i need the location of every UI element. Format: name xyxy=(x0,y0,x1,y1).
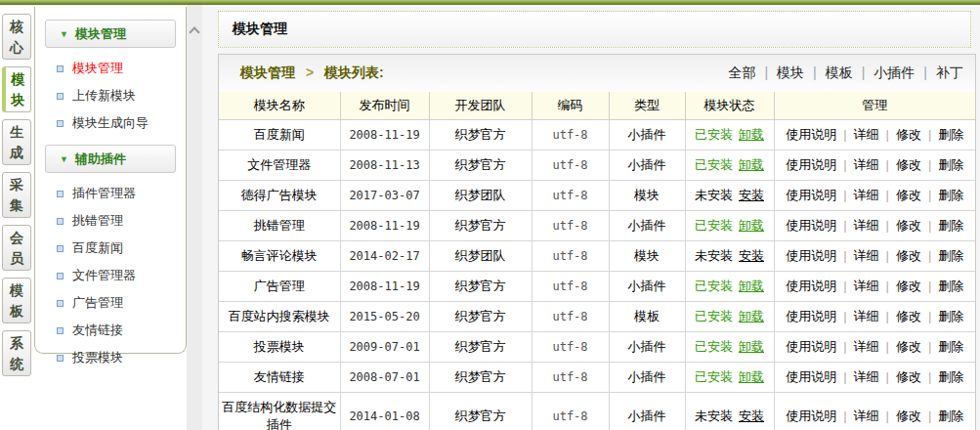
status-label: 已安装 xyxy=(695,218,733,233)
action-link-3[interactable]: 删除 xyxy=(938,408,963,423)
square-bullet-icon xyxy=(57,327,64,334)
action-link-2[interactable]: 修改 xyxy=(896,369,921,384)
action-link-2[interactable]: 修改 xyxy=(896,127,921,142)
uninstall-link[interactable]: 卸载 xyxy=(739,339,764,354)
uninstall-link[interactable]: 卸载 xyxy=(739,369,764,384)
sidebar-splitter[interactable] xyxy=(187,5,202,430)
table-row: 百度站内搜索模块2015-05-20织梦官方utf-8模板已安装卸载使用说明|详… xyxy=(219,302,975,332)
sidebar-item[interactable]: 上传新模块 xyxy=(35,82,186,109)
action-link-3[interactable]: 删除 xyxy=(938,218,963,233)
filter-link-3[interactable]: 小插件 xyxy=(873,64,915,80)
action-link-3[interactable]: 删除 xyxy=(938,188,963,202)
manage-cell: 使用说明|详细|修改|删除 xyxy=(774,272,975,302)
action-link-0[interactable]: 使用说明 xyxy=(786,188,836,202)
action-link-2[interactable]: 修改 xyxy=(896,188,921,202)
sidebar-item[interactable]: 百度新闻 xyxy=(35,235,186,262)
nav-tab-0[interactable]: 核心 xyxy=(2,14,31,60)
action-link-1[interactable]: 详细 xyxy=(854,309,879,323)
square-bullet-icon xyxy=(57,65,64,72)
table-row: 广告管理2008-11-19织梦官方utf-8小插件已安装卸载使用说明|详细|修… xyxy=(219,272,975,302)
action-link-1[interactable]: 详细 xyxy=(854,218,879,233)
uninstall-link[interactable]: 卸载 xyxy=(739,157,764,172)
action-link-3[interactable]: 删除 xyxy=(938,127,963,142)
module-name-cell: 百度站内搜索模块 xyxy=(219,302,340,332)
nav-tab-5[interactable]: 模板 xyxy=(2,278,31,323)
action-link-0[interactable]: 使用说明 xyxy=(786,408,836,423)
uninstall-link[interactable]: 卸载 xyxy=(739,309,764,323)
nav-tab-4[interactable]: 会员 xyxy=(2,225,31,271)
status-label: 已安装 xyxy=(695,369,733,384)
action-link-2[interactable]: 修改 xyxy=(896,408,921,423)
action-link-1[interactable]: 详细 xyxy=(854,369,879,384)
action-link-0[interactable]: 使用说明 xyxy=(786,339,836,354)
action-link-2[interactable]: 修改 xyxy=(896,279,921,293)
filter-link-0[interactable]: 全部 xyxy=(728,64,755,80)
action-link-2[interactable]: 修改 xyxy=(896,248,921,263)
action-link-0[interactable]: 使用说明 xyxy=(786,248,836,263)
dev-team-cell: 织梦官方 xyxy=(429,150,532,181)
breadcrumb-bar: 模块管理 > 模块列表: 全部|模块|模板|小插件|补丁 xyxy=(219,55,975,92)
sidebar-item[interactable]: 文件管理器 xyxy=(35,262,186,289)
uninstall-link[interactable]: 卸载 xyxy=(739,218,764,233)
column-header: 管理 xyxy=(774,92,975,120)
install-link[interactable]: 安装 xyxy=(739,248,764,263)
uninstall-link[interactable]: 卸载 xyxy=(739,279,764,293)
action-link-0[interactable]: 使用说明 xyxy=(786,309,836,323)
dev-team-cell: 织梦官方 xyxy=(429,272,532,302)
action-link-3[interactable]: 删除 xyxy=(938,248,963,263)
square-bullet-icon xyxy=(57,191,64,197)
action-separator: | xyxy=(843,127,846,142)
sidebar-item-label: 插件管理器 xyxy=(72,186,136,200)
action-separator: | xyxy=(843,248,846,263)
action-link-3[interactable]: 删除 xyxy=(938,157,963,172)
breadcrumb-separator-icon: > xyxy=(306,64,314,80)
nav-tab-label: 生成 xyxy=(9,122,24,162)
sidebar-section-header-1[interactable]: ▼辅助插件 xyxy=(45,145,176,173)
nav-tab-2[interactable]: 生成 xyxy=(2,119,31,165)
action-link-0[interactable]: 使用说明 xyxy=(786,157,836,172)
action-link-1[interactable]: 详细 xyxy=(854,188,879,202)
sidebar-item[interactable]: 广告管理 xyxy=(35,289,186,317)
action-link-2[interactable]: 修改 xyxy=(896,157,921,172)
action-link-2[interactable]: 修改 xyxy=(896,309,921,323)
filter-link-4[interactable]: 补丁 xyxy=(936,64,963,80)
filter-link-2[interactable]: 模板 xyxy=(826,64,853,80)
sidebar-item[interactable]: 友情链接 xyxy=(35,317,186,344)
action-link-2[interactable]: 修改 xyxy=(896,218,921,233)
install-link[interactable]: 安装 xyxy=(739,188,764,202)
status-label: 已安装 xyxy=(695,339,733,354)
action-link-0[interactable]: 使用说明 xyxy=(786,127,836,142)
action-link-3[interactable]: 删除 xyxy=(938,369,963,384)
sidebar-item[interactable]: 插件管理器 xyxy=(35,180,186,207)
module-name-cell: 百度结构化数据提交插件 xyxy=(219,393,340,430)
status-cell: 未安装安装 xyxy=(685,181,774,211)
sidebar-item[interactable]: 挑错管理 xyxy=(35,207,186,235)
action-link-3[interactable]: 删除 xyxy=(938,279,963,293)
action-link-0[interactable]: 使用说明 xyxy=(786,218,836,233)
action-link-1[interactable]: 详细 xyxy=(854,339,879,354)
nav-tab-label: 核心 xyxy=(9,17,24,57)
action-link-0[interactable]: 使用说明 xyxy=(786,369,836,384)
collapse-up-icon[interactable] xyxy=(189,26,199,37)
action-link-0[interactable]: 使用说明 xyxy=(786,279,836,293)
action-link-1[interactable]: 详细 xyxy=(854,279,879,293)
sidebar-item[interactable]: 投票模块 xyxy=(35,344,186,371)
action-link-3[interactable]: 删除 xyxy=(938,339,963,354)
action-link-1[interactable]: 详细 xyxy=(854,248,879,263)
filter-link-1[interactable]: 模块 xyxy=(777,64,804,80)
action-link-1[interactable]: 详细 xyxy=(854,157,879,172)
sidebar-item[interactable]: 模块管理 xyxy=(35,55,186,82)
breadcrumb-parent[interactable]: 模块管理 xyxy=(240,64,295,80)
uninstall-link[interactable]: 卸载 xyxy=(739,127,764,142)
sidebar-item[interactable]: 模块生成向导 xyxy=(35,109,186,137)
action-separator: | xyxy=(886,157,889,172)
sidebar-section-header-0[interactable]: ▼模块管理 xyxy=(45,20,176,48)
action-link-1[interactable]: 详细 xyxy=(854,408,879,423)
nav-tab-3[interactable]: 采集 xyxy=(2,172,31,218)
action-link-2[interactable]: 修改 xyxy=(896,339,921,354)
action-link-1[interactable]: 详细 xyxy=(854,127,879,142)
nav-tab-1[interactable]: 模块 xyxy=(2,66,31,112)
action-link-3[interactable]: 删除 xyxy=(938,309,963,323)
install-link[interactable]: 安装 xyxy=(739,408,764,423)
nav-tab-6[interactable]: 系统 xyxy=(2,330,31,376)
